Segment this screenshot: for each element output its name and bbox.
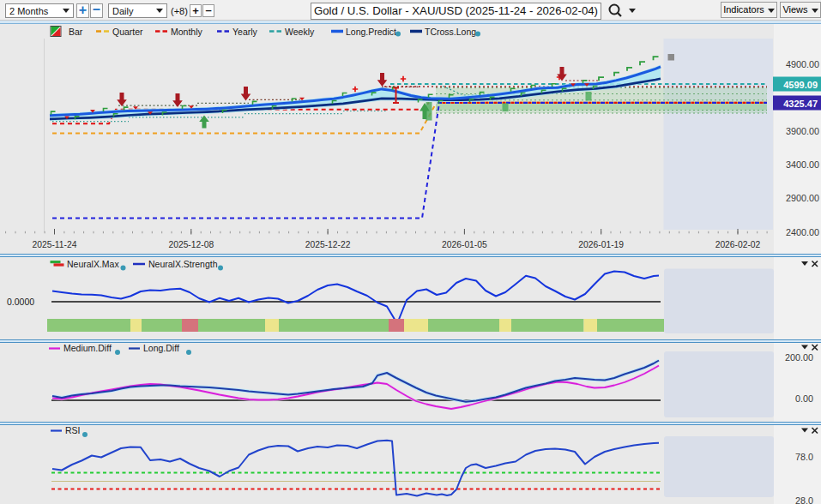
- svg-text:3400.00: 3400.00: [786, 159, 819, 170]
- svg-text:NeuralX.Max: NeuralX.Max: [67, 259, 119, 269]
- svg-text:Yearly: Yearly: [232, 27, 258, 37]
- svg-text:4900.00: 4900.00: [786, 59, 819, 69]
- svg-text:Weekly: Weekly: [285, 27, 315, 37]
- svg-text:NeuralX.Strength: NeuralX.Strength: [148, 259, 218, 269]
- svg-text:TCross.Long: TCross.Long: [425, 27, 476, 37]
- svg-text:28.0: 28.0: [795, 495, 813, 504]
- svg-text:2026-01-19: 2026-01-19: [578, 240, 624, 249]
- svg-text:Monthly: Monthly: [171, 27, 203, 37]
- svg-text:Bar: Bar: [69, 27, 83, 37]
- svg-text:2025-12-22: 2025-12-22: [305, 240, 351, 249]
- svg-text:2025-11-24: 2025-11-24: [33, 240, 77, 249]
- svg-text:4599.09: 4599.09: [783, 80, 818, 90]
- svg-text:0.0000: 0.0000: [7, 297, 34, 307]
- svg-text:4325.47: 4325.47: [783, 99, 818, 109]
- svg-text:RSI: RSI: [65, 425, 81, 435]
- svg-text:Long.Diff: Long.Diff: [143, 343, 179, 353]
- svg-text:2400.00: 2400.00: [786, 227, 819, 237]
- svg-text:3900.00: 3900.00: [786, 126, 819, 136]
- svg-text:Quarter: Quarter: [112, 27, 143, 37]
- svg-text:Medium.Diff: Medium.Diff: [63, 343, 112, 353]
- svg-text:2026-01-05: 2026-01-05: [442, 240, 487, 249]
- svg-text:78.0: 78.0: [795, 452, 813, 462]
- svg-text:200.00: 200.00: [785, 352, 813, 363]
- svg-text:2025-12-08: 2025-12-08: [168, 240, 214, 249]
- svg-text:2900.00: 2900.00: [786, 193, 819, 203]
- svg-text:2026-02-02: 2026-02-02: [715, 240, 761, 249]
- svg-text:Long.Predict: Long.Predict: [346, 27, 396, 37]
- svg-text:0.00: 0.00: [795, 393, 813, 404]
